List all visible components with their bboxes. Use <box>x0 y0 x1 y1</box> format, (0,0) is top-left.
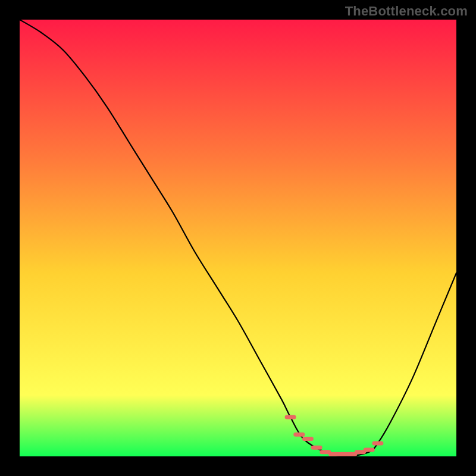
watermark-text: TheBottleneck.com <box>345 4 468 19</box>
chart-frame: TheBottleneck.com <box>0 0 476 476</box>
chart-svg <box>20 20 456 456</box>
gradient-background <box>20 20 456 456</box>
plot-area <box>20 20 456 456</box>
